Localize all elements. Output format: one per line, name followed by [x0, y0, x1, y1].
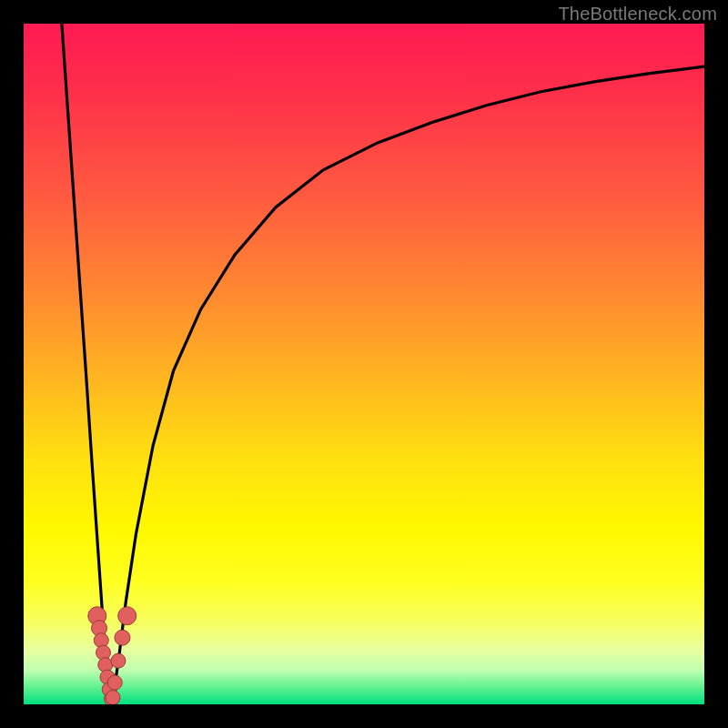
curve-right-branch	[112, 66, 704, 704]
watermark-text: TheBottleneck.com	[558, 4, 717, 25]
right-branch-path	[112, 66, 704, 704]
chart-plot-area	[24, 24, 704, 704]
left-branch-path	[62, 24, 112, 704]
chart-frame: TheBottleneck.com	[0, 0, 728, 728]
data-marker	[106, 691, 120, 704]
data-marker	[111, 653, 126, 668]
data-marker	[115, 630, 130, 645]
data-marker	[118, 607, 136, 625]
chart-svg	[24, 24, 704, 704]
data-marker	[107, 675, 122, 690]
curve-left-branch	[62, 24, 112, 704]
